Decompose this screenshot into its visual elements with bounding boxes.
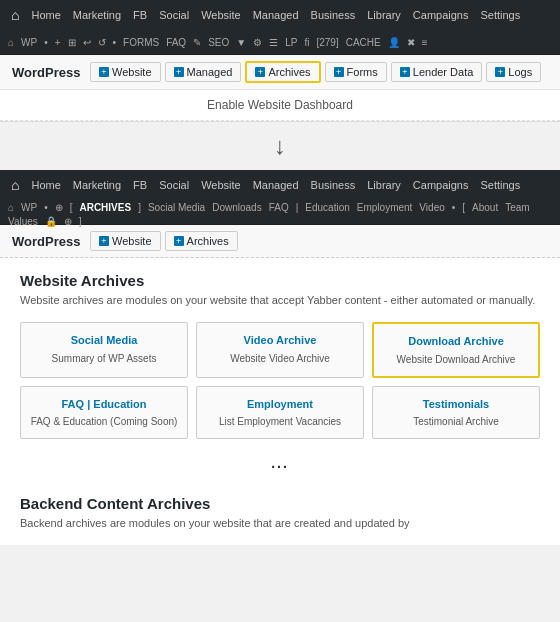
nav2-website[interactable]: Website [196,170,246,200]
backend-section: Backend Content Archives Backend archive… [0,495,560,545]
toolbar2-plus-icon[interactable]: ⊕ [62,216,74,227]
card-title-video-archive: Video Archive [205,333,355,347]
card-desc-video-archive: Website Video Archive [205,352,355,365]
ellipsis: ... [20,451,540,481]
nav-fb[interactable]: FB [128,0,152,30]
toolbar-redo[interactable]: ↺ [96,37,108,48]
card-video-archive[interactable]: Video Archive Website Video Archive [196,322,364,377]
toolbar2-pipe: | [294,202,301,213]
top-nav-1: ⌂ Home Marketing FB Social Website Manag… [0,0,560,30]
tab-website-2[interactable]: + Website [90,231,161,251]
toolbar2-social-media[interactable]: Social Media [146,202,207,213]
card-title-social-media: Social Media [29,333,179,347]
nav2-library[interactable]: Library [362,170,406,200]
tab-archives-1[interactable]: + Archives [245,61,320,83]
toolbar2-faq[interactable]: FAQ [267,202,291,213]
toolbar-count: [279] [314,37,340,48]
toolbar-fi[interactable]: fi [302,37,311,48]
card-employment[interactable]: Employment List Employment Vacancies [196,386,364,439]
nav-social[interactable]: Social [154,0,194,30]
toolbar-lp[interactable]: LP [283,37,299,48]
toolbar-cache[interactable]: CACHE [344,37,383,48]
toolbar-home-icon[interactable]: ⌂ [6,37,16,48]
tab-bar-2: + Website + Archives [90,231,238,251]
toolbar2-archives-label[interactable]: ARCHIVES [77,202,133,213]
nav-business[interactable]: Business [306,0,361,30]
nav2-marketing[interactable]: Marketing [68,170,126,200]
home-icon-2[interactable]: ⌂ [6,170,24,200]
nav2-social[interactable]: Social [154,170,194,200]
card-faq-education[interactable]: FAQ | Education FAQ & Education (Coming … [20,386,188,439]
archives-content: Website Archives Website archives are mo… [0,258,560,495]
toolbar-list[interactable]: ≡ [420,37,430,48]
nav2-fb[interactable]: FB [128,170,152,200]
nav2-business[interactable]: Business [306,170,361,200]
toolbar-add-icon[interactable]: + [53,37,63,48]
toolbar-grid-icon[interactable]: ⊞ [66,37,78,48]
card-title-employment: Employment [205,397,355,411]
tab-icon-website-1: + [99,67,109,77]
nav-campaigns[interactable]: Campaigns [408,0,474,30]
tab-icon-archives-1: + [255,67,265,77]
toolbar-gear[interactable]: ⚙ [251,37,264,48]
card-social-media[interactable]: Social Media Summary of WP Assets [20,322,188,377]
wp-section-2: WordPress + Website + Archives Website A… [0,225,560,545]
toolbar-faq[interactable]: FAQ [164,37,188,48]
backend-archives-desc: Backend archives are modules on your web… [20,516,540,531]
archives-cards-grid: Social Media Summary of WP Assets Video … [20,322,540,439]
nav2-settings[interactable]: Settings [475,170,525,200]
nav2-managed[interactable]: Managed [248,170,304,200]
card-download-archive[interactable]: Download Archive Website Download Archiv… [372,322,540,377]
toolbar2-wp[interactable]: WP [19,202,39,213]
toolbar-seo[interactable]: SEO [206,37,231,48]
toolbar2-home-icon[interactable]: ⌂ [6,202,16,213]
card-desc-faq-education: FAQ & Education (Coming Soon) [29,415,179,428]
top-nav-2: ⌂ Home Marketing FB Social Website Manag… [0,170,560,200]
toolbar2-bullet: • [42,202,50,213]
nav-website[interactable]: Website [196,0,246,30]
toolbar2-values[interactable]: Values [6,216,40,227]
toolbar2-employment[interactable]: Employment [355,202,415,213]
admin-toolbar-1: ⌂ WP • + ⊞ ↩ ↺ • FORMS FAQ ✎ SEO ▼ ⚙ ☰ L… [0,30,560,54]
nav2-campaigns[interactable]: Campaigns [408,170,474,200]
toolbar-menu[interactable]: ☰ [267,37,280,48]
toolbar2-education[interactable]: Education [303,202,351,213]
tab-lender-data-1[interactable]: + Lender Data [391,62,483,82]
toolbar-close[interactable]: ✖ [405,37,417,48]
nav-settings[interactable]: Settings [475,0,525,30]
toolbar2-team[interactable]: Team [503,202,531,213]
backend-archives-title: Backend Content Archives [20,495,540,512]
tab-forms-1[interactable]: + Forms [325,62,387,82]
tab-website-1[interactable]: + Website [90,62,161,82]
home-icon-1[interactable]: ⌂ [6,0,24,30]
toolbar2-video[interactable]: Video [417,202,446,213]
toolbar2-about[interactable]: About [470,202,500,213]
tab-label-logs-1: Logs [508,66,532,78]
toolbar-filter[interactable]: ▼ [234,37,248,48]
enable-dashboard-text: Enable Website Dashboard [207,98,353,112]
tab-icon-website-2: + [99,236,109,246]
toolbar2-downloads[interactable]: Downloads [210,202,263,213]
nav-marketing[interactable]: Marketing [68,0,126,30]
toolbar-bullet2: • [111,37,119,48]
toolbar-wp[interactable]: WP [19,37,39,48]
toolbar-pencil[interactable]: ✎ [191,37,203,48]
toolbar-user[interactable]: 👤 [386,37,402,48]
toolbar-undo[interactable]: ↩ [81,37,93,48]
tab-managed-1[interactable]: + Managed [165,62,242,82]
toolbar2-wp2[interactable]: ⊕ [53,202,65,213]
nav-managed[interactable]: Managed [248,0,304,30]
archives-title: Website Archives [20,272,540,289]
tab-archives-2[interactable]: + Archives [165,231,238,251]
nav-home[interactable]: Home [26,0,65,30]
enable-dashboard-row: Enable Website Dashboard [0,90,560,121]
toolbar2-lock-icon[interactable]: 🔒 [43,216,59,227]
tab-logs-1[interactable]: + Logs [486,62,541,82]
nav2-home[interactable]: Home [26,170,65,200]
wp-label-2: WordPress [12,234,82,249]
tab-label-managed-1: Managed [187,66,233,78]
nav-library[interactable]: Library [362,0,406,30]
toolbar2-bullet2: • [450,202,458,213]
toolbar-forms[interactable]: FORMS [121,37,161,48]
card-testimonials[interactable]: Testimonials Testimonial Archive [372,386,540,439]
